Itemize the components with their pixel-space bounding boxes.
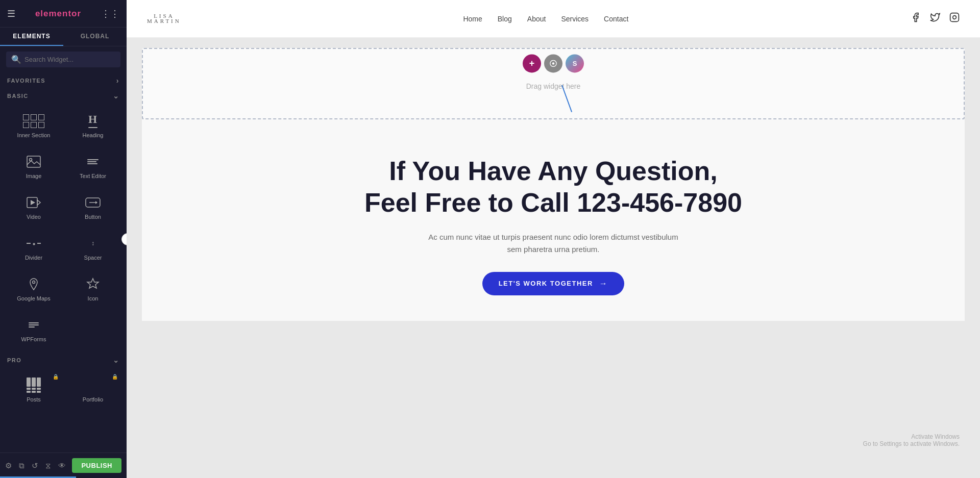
main-heading: If You Have Any Question, Feel Free to C… — [162, 155, 944, 219]
pro-widgets-grid: 🔒 Posts 🔒 Portfolio — [0, 367, 127, 412]
widget-video[interactable]: Video — [4, 187, 63, 228]
sidebar-tabs: ELEMENTS GLOBAL — [0, 28, 127, 46]
cta-arrow-icon: → — [599, 279, 608, 288]
twitter-icon[interactable] — [930, 12, 940, 25]
add-widget-button[interactable]: + — [523, 54, 541, 72]
button-icon — [85, 194, 101, 211]
posts-label: Posts — [27, 396, 41, 402]
svg-marker-4 — [31, 200, 35, 205]
top-nav: LISA MARTIN Home Blog About Services Con… — [127, 0, 980, 38]
heading-icon: H — [85, 113, 101, 129]
facebook-icon[interactable] — [911, 12, 921, 25]
nav-contact[interactable]: Contact — [604, 15, 628, 23]
sidebar-logo: elementor — [35, 9, 81, 19]
history-icon[interactable]: ↺ — [32, 461, 38, 470]
wpforms-label: WPForms — [21, 336, 46, 342]
canvas-area[interactable]: + S Drag widget here If You Have Any Que… — [127, 38, 980, 478]
layers-icon[interactable]: ⧉ — [19, 461, 24, 470]
nav-social — [911, 12, 960, 25]
instagram-icon[interactable] — [949, 12, 960, 25]
nav-logo: LISA MARTIN — [147, 14, 181, 24]
video-label: Video — [27, 214, 41, 220]
widget-icon[interactable]: Icon — [63, 268, 122, 309]
main-area: LISA MARTIN Home Blog About Services Con… — [127, 0, 980, 478]
widget-portfolio[interactable]: 🔒 Portfolio — [63, 369, 122, 410]
google-maps-icon — [26, 276, 42, 292]
widget-wpforms[interactable]: WPForms — [4, 309, 63, 350]
inner-section-icon — [26, 113, 42, 129]
widget-divider[interactable]: ⬥ Divider — [4, 228, 63, 268]
sidebar: ☰ elementor ⋮⋮ ELEMENTS GLOBAL 🔍 FAVORIT… — [0, 0, 127, 478]
text-editor-icon — [85, 154, 101, 170]
nav-blog[interactable]: Blog — [498, 15, 512, 23]
search-icon: 🔍 — [11, 55, 21, 64]
drag-hint: Drag widget here — [526, 82, 581, 90]
icon-label: Icon — [88, 295, 99, 301]
pro-section-label[interactable]: PRO ⌄ — [0, 352, 127, 367]
text-editor-label: Text Editor — [80, 173, 106, 179]
settings-icon[interactable]: ⚙ — [5, 461, 12, 470]
wpforms-icon — [26, 317, 42, 333]
widget-text-editor[interactable]: Text Editor — [63, 146, 122, 187]
favorites-chevron: › — [116, 77, 119, 85]
image-label: Image — [26, 173, 42, 179]
svg-point-13 — [552, 62, 554, 64]
posts-icon — [26, 377, 42, 393]
widget-image[interactable]: Image — [4, 146, 63, 187]
svg-rect-10 — [950, 13, 959, 22]
responsive-icon[interactable]: ⧖ — [45, 461, 51, 470]
sub-text: Ac cum nunc vitae ut turpis praesent nun… — [421, 231, 686, 256]
widget-spacer[interactable]: ↕ Spacer — [63, 228, 122, 268]
nav-links: Home Blog About Services Contact — [463, 15, 628, 23]
content-section: If You Have Any Question, Feel Free to C… — [142, 119, 965, 321]
inner-section-label: Inner Section — [17, 132, 51, 138]
drop-zone[interactable]: + S Drag widget here — [142, 48, 965, 119]
divider-icon: ⬥ — [26, 235, 42, 251]
grid-icon[interactable]: ⋮⋮ — [101, 8, 119, 19]
widget-posts[interactable]: 🔒 Posts — [4, 369, 63, 410]
google-maps-label: Google Maps — [17, 295, 50, 301]
widget-action-buttons: + S — [523, 54, 584, 72]
hamburger-icon[interactable]: ☰ — [7, 8, 15, 19]
svg-rect-0 — [27, 156, 40, 167]
widget-heading[interactable]: H Heading — [63, 105, 122, 146]
search-input[interactable] — [24, 56, 115, 63]
svg-marker-3 — [37, 200, 40, 205]
svg-marker-7 — [95, 201, 97, 204]
spacer-icon: ↕ — [85, 235, 101, 251]
portfolio-label: Portfolio — [83, 396, 103, 402]
edit-widget-button[interactable] — [544, 54, 562, 72]
portfolio-icon — [85, 377, 101, 393]
search-bar: 🔍 — [6, 52, 120, 67]
nav-home[interactable]: Home — [463, 15, 482, 23]
bottom-icons: ⚙ ⧉ ↺ ⧖ 👁 — [5, 461, 66, 470]
style-widget-button[interactable]: S — [566, 54, 584, 72]
pro-chevron: ⌄ — [113, 356, 120, 364]
icon-widget-icon — [85, 276, 101, 292]
widget-inner-section[interactable]: Inner Section — [4, 105, 63, 146]
tab-elements[interactable]: ELEMENTS — [0, 28, 63, 46]
spacer-label: Spacer — [84, 255, 102, 261]
sidebar-bottom-toolbar: ⚙ ⧉ ↺ ⧖ 👁 PUBLISH — [0, 452, 127, 478]
widget-button[interactable]: Button — [63, 187, 122, 228]
posts-lock-icon: 🔒 — [53, 374, 59, 380]
publish-button[interactable]: PUBLISH — [72, 458, 121, 473]
svg-point-8 — [33, 281, 35, 284]
basic-section-label[interactable]: BASIC ⌄ — [0, 88, 127, 103]
svg-marker-9 — [87, 279, 99, 288]
basic-chevron: ⌄ — [113, 92, 120, 100]
image-icon — [26, 154, 42, 170]
tab-global[interactable]: GLOBAL — [63, 28, 127, 46]
cta-button[interactable]: LET'S WORK TOGETHER → — [482, 272, 625, 295]
favorites-section-label[interactable]: FAVORITES › — [0, 72, 127, 88]
sidebar-header: ☰ elementor ⋮⋮ — [0, 0, 127, 28]
nav-about[interactable]: About — [527, 15, 546, 23]
eye-icon[interactable]: 👁 — [58, 461, 66, 470]
nav-services[interactable]: Services — [561, 15, 589, 23]
widget-google-maps[interactable]: Google Maps — [4, 268, 63, 309]
button-label: Button — [85, 214, 101, 220]
heading-label: Heading — [83, 132, 104, 138]
video-icon — [26, 194, 42, 211]
basic-widgets-grid: Inner Section H Heading Image — [0, 103, 127, 352]
divider-label: Divider — [25, 255, 42, 261]
